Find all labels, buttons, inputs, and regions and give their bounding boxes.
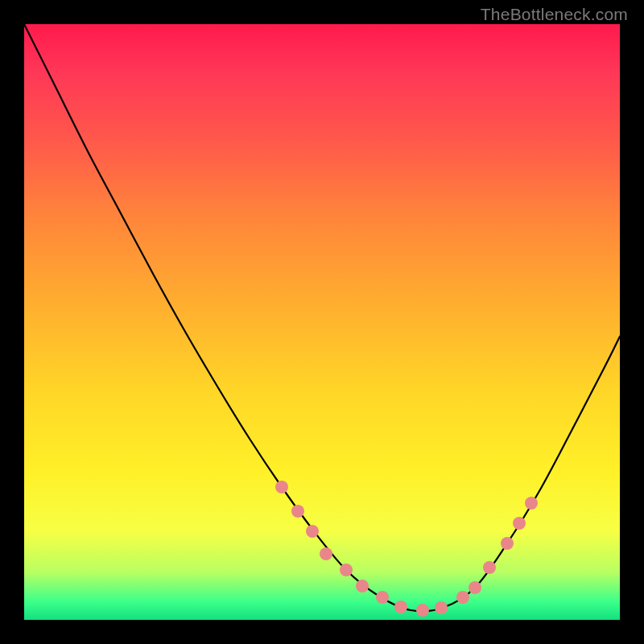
marker-dot	[320, 547, 332, 560]
marker-dot	[306, 525, 319, 538]
highlight-markers	[275, 481, 538, 617]
marker-dot	[456, 591, 469, 604]
marker-dot	[435, 601, 448, 614]
marker-dot	[483, 561, 496, 574]
marker-dot	[416, 604, 429, 617]
chart-svg	[24, 24, 620, 620]
watermark-text: TheBottleneck.com	[481, 5, 628, 24]
marker-dot	[501, 537, 514, 550]
marker-dot	[340, 564, 353, 576]
marker-dot	[376, 591, 389, 604]
chart-frame: TheBottleneck.com	[0, 0, 644, 644]
plot-area	[24, 24, 620, 620]
marker-dot	[356, 580, 369, 592]
bottleneck-curve-path	[24, 24, 620, 611]
marker-dot	[469, 581, 481, 594]
marker-dot	[513, 517, 526, 530]
marker-dot	[275, 481, 288, 493]
marker-dot	[394, 601, 407, 613]
marker-dot	[291, 505, 304, 518]
marker-dot	[525, 497, 538, 510]
